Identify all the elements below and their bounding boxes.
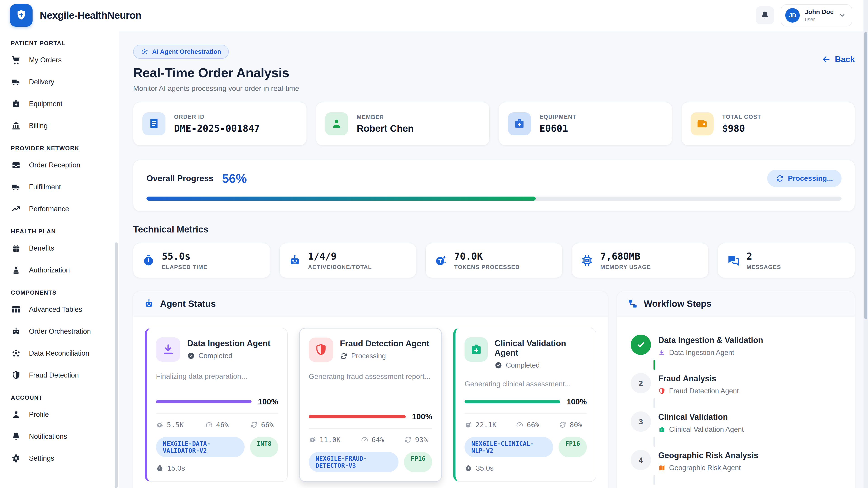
processing-status-pill: Processing... [767, 170, 842, 187]
hub-icon [11, 349, 21, 358]
back-label: Back [835, 55, 855, 64]
sidebar-item-label: Order Reception [29, 161, 80, 169]
sidebar-item-fraud-detection[interactable]: Fraud Detection [0, 364, 119, 386]
refresh-icon [340, 352, 348, 360]
sidebar-item-label: Equipment [29, 100, 62, 108]
metric-value: 1/4/9 [308, 251, 372, 262]
agent-card: Fraud Detection AgentProcessingGeneratin… [299, 328, 442, 482]
workflow-connector [653, 360, 655, 370]
robot-icon [288, 254, 301, 267]
sidebar-item-label: Order Orchestration [29, 327, 91, 335]
overall-progress-percent: 56% [222, 171, 247, 186]
quantization-badge: INT8 [250, 437, 278, 457]
workflow-step: 2Fraud AnalysisFraud Detection Agent [631, 373, 841, 395]
sidebar: PATIENT PORTALMy OrdersDeliveryEquipment… [0, 31, 119, 488]
top-header: Nexgile-HealthNeuron JD John Doe user [0, 0, 868, 31]
workflow-step-agent-name: Data Ingestion Agent [669, 349, 734, 357]
workflow-step-text: Clinical ValidationClinical Validation A… [658, 412, 744, 433]
sidebar-item-order-orchestration[interactable]: Order Orchestration [0, 320, 119, 342]
agent-card-header: Data Ingestion AgentCompleted [156, 337, 278, 362]
agent-status: Completed [495, 361, 587, 369]
info-card-value: E0601 [539, 123, 577, 134]
sidebar-item-notifications[interactable]: Notifications [0, 425, 119, 447]
chip-icon [581, 254, 594, 267]
workflow-step-number: 3 [631, 412, 651, 432]
page-scrollbar[interactable] [864, 0, 868, 488]
sidebar-section-label: HEALTH PLAN [0, 228, 119, 235]
trend-icon [11, 204, 21, 214]
metric-text: 2MESSAGES [746, 251, 781, 270]
medkit-icon [470, 343, 483, 356]
agent-stat: 80% [559, 421, 582, 429]
info-card-value: $980 [722, 123, 761, 134]
user-name: John Doe [805, 8, 834, 15]
shield-half-icon [11, 370, 21, 380]
chat-icon [726, 254, 740, 267]
chevron-down-icon [839, 12, 846, 19]
check-circle-icon [187, 352, 195, 360]
info-card-label: TOTAL COST [722, 113, 761, 120]
user-menu[interactable]: JD John Doe user [781, 4, 852, 26]
agent-message: Generating clinical assessment... [465, 380, 587, 388]
agent-progress: 100% [465, 397, 587, 406]
agent-status-panel: Agent Status Data Ingestion AgentComplet… [133, 291, 608, 488]
sidebar-item-label: Delivery [29, 78, 54, 86]
person-icon [11, 410, 21, 419]
stopwatch-icon [465, 464, 472, 472]
back-button[interactable]: Back [822, 55, 855, 64]
sidebar-item-settings[interactable]: Settings [0, 447, 119, 469]
quantization-badge: FP16 [404, 452, 432, 472]
refresh-icon [559, 421, 566, 429]
gear-icon [11, 454, 21, 463]
sidebar-item-profile[interactable]: Profile [0, 403, 119, 425]
agent-stat: 93% [404, 435, 428, 444]
page-subtitle: Monitor AI agents processing your order … [133, 84, 855, 93]
sidebar-item-order-reception[interactable]: Order Reception [0, 154, 119, 176]
agent-card-header: Clinical Validation AgentCompleted [465, 337, 587, 369]
agent-stat: 22.1K [465, 421, 496, 429]
workflow-step-title: Fraud Analysis [658, 374, 739, 383]
gauge-icon [516, 421, 524, 429]
sidebar-item-authorization[interactable]: Authorization [0, 259, 119, 281]
robot-icon [11, 327, 21, 336]
workflow-step-agent-name: Geographic Risk Agent [669, 464, 741, 472]
sidebar-item-benefits[interactable]: Benefits [0, 237, 119, 259]
agent-stat: 46% [205, 421, 229, 429]
agent-stat: 66% [516, 421, 539, 429]
sidebar-item-equipment[interactable]: Equipment [0, 93, 119, 115]
medkit-icon [513, 118, 526, 130]
overall-progress-card: Overall Progress 56% Processing... [133, 160, 855, 211]
sidebar-item-billing[interactable]: Billing [0, 115, 119, 137]
agent-card: Clinical Validation AgentCompletedGenera… [453, 328, 596, 482]
agent-stat: 11.0K [309, 435, 341, 444]
sidebar-item-performance[interactable]: Performance [0, 198, 119, 220]
sidebar-item-label: Authorization [29, 266, 70, 274]
agent-stat-value: 66% [527, 421, 539, 429]
agent-divider [156, 414, 278, 414]
sidebar-item-data-reconciliation[interactable]: Data Reconciliation [0, 342, 119, 364]
overall-progress-bar [147, 197, 842, 201]
sidebar-scrollbar[interactable] [115, 242, 118, 488]
metric-value: 7,680MB [600, 251, 651, 262]
agent-elapsed-value: 35.0s [476, 464, 493, 473]
workflow-step-agent-name: Fraud Detection Agent [669, 387, 739, 395]
sidebar-item-fulfillment[interactable]: Fulfillment [0, 176, 119, 198]
agent-badges: NEXGILE-CLINICAL-NLP-V2FP16 [465, 437, 587, 457]
agent-stat: 66% [250, 421, 274, 429]
info-card-value: DME-2025-001847 [174, 123, 260, 134]
notifications-button[interactable] [756, 6, 774, 24]
sidebar-item-delivery[interactable]: Delivery [0, 71, 119, 93]
metric-card: 70.0KTOKENS PROCESSED [426, 243, 563, 278]
sidebar-item-advanced-tables[interactable]: Advanced Tables [0, 298, 119, 320]
bell-icon [11, 432, 21, 441]
workflow-step-agent-name: Clinical Validation Agent [669, 425, 744, 433]
app-title: Nexgile-HealthNeuron [40, 10, 142, 21]
workflow-step-agent: Fraud Detection Agent [658, 387, 739, 395]
sidebar-item-my-orders[interactable]: My Orders [0, 49, 119, 71]
token-icon [309, 436, 316, 444]
info-card-value: Robert Chen [357, 123, 414, 134]
workflow-step-agent: Data Ingestion Agent [658, 349, 763, 357]
model-badge: NEXGILE-DATA-VALIDATOR-V2 [156, 437, 245, 457]
agent-card: Data Ingestion AgentCompletedFinalizing … [145, 328, 288, 482]
workflow-step: 4Geographic Risk AnalysisGeographic Risk… [631, 450, 841, 472]
